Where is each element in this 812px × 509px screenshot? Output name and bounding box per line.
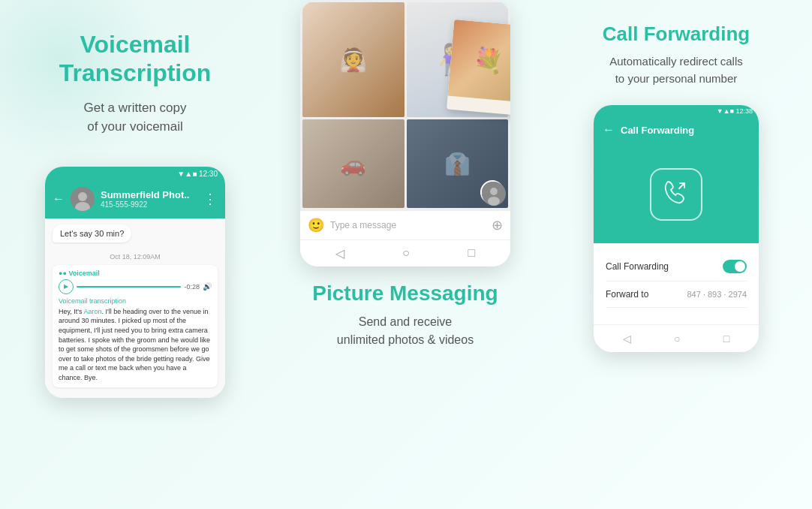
chat-bubble: Let's say 30 min?	[53, 224, 131, 242]
svg-point-4	[490, 188, 498, 195]
home-nav-icon[interactable]: ○	[402, 246, 410, 261]
svg-point-5	[488, 197, 500, 206]
main-container: Voicemail Transcription Get a written co…	[0, 0, 812, 509]
voicemail-text: Hey, It's Aaron. I'll be heading over to…	[59, 307, 212, 383]
fwd-settings: Call Forwarding Forward to 847 · 893 · 2…	[594, 243, 759, 317]
back-nav-icon[interactable]: ◁	[335, 246, 344, 261]
voicemail-transcription-label: Voicemail transcription	[59, 297, 212, 305]
call-forwarding-icon-area	[594, 146, 759, 243]
feature3-subtitle: Automatically redirect callsto your pers…	[609, 53, 743, 87]
phone-header: ← Summerfield Phot.. 415-555-9922 ⋮	[45, 181, 225, 218]
fwd-back-nav[interactable]: ◁	[623, 333, 631, 345]
phone-nav-bar: ◁ ○ □	[300, 239, 510, 267]
fwd-back-icon[interactable]: ←	[603, 123, 615, 137]
status-bar: ▼▲■ 12:30	[45, 167, 225, 181]
floating-photo-card: 💐	[447, 20, 510, 116]
feature3-title: Call Forwarding	[603, 23, 750, 46]
photo-grid: 👫 🚗 👔 💐	[300, 0, 510, 210]
feature1-subtitle: Get a written copyof your voicemail	[83, 98, 186, 137]
status-bar-time: ▼▲■ 12:30	[177, 170, 218, 178]
more-options-icon[interactable]: ⋮	[203, 191, 218, 207]
fwd-header-title: Call Forwarding	[621, 125, 694, 136]
left-panel: Voicemail Transcription Get a written co…	[0, 0, 270, 509]
duration-label: -0:28	[184, 283, 200, 291]
photos-phone-mockup: 👫 🚗 👔 💐	[300, 0, 510, 267]
fwd-recents-nav[interactable]: □	[723, 333, 729, 345]
chat-avatar	[480, 180, 504, 204]
play-button[interactable]: ▶	[59, 279, 74, 294]
date-label: Oct 18, 12:09AM	[53, 253, 218, 261]
middle-panel: 👫 🚗 👔 💐	[270, 0, 540, 509]
right-phone-mockup: ▼▲■ 12:38 ← Call Forwarding	[594, 105, 759, 352]
feature1-title: Voicemail Transcription	[59, 30, 212, 88]
feature2-subtitle: Send and receiveunlimited photos & video…	[312, 313, 498, 349]
fwd-home-nav[interactable]: ○	[674, 333, 680, 345]
call-forwarding-toggle[interactable]	[723, 260, 747, 273]
avatar	[71, 187, 95, 211]
message-input[interactable]: Type a message	[330, 220, 486, 230]
volume-icon[interactable]: 🔊	[203, 282, 212, 291]
forward-to-row: Forward to 847 · 893 · 2974	[606, 282, 747, 308]
contact-number: 415-555-9922	[101, 200, 197, 209]
left-phone-mockup: ▼▲■ 12:30 ← Summerfield Phot.. 415-555-9…	[45, 167, 225, 398]
phone-icon-box	[650, 168, 702, 221]
emoji-button[interactable]: 🙂	[308, 217, 324, 233]
forward-number: 847 · 893 · 2974	[687, 290, 747, 299]
back-icon[interactable]: ←	[53, 192, 65, 206]
voicemail-player: ▶ -0:28 🔊	[59, 279, 212, 294]
fwd-status-bar: ▼▲■ 12:38	[594, 105, 759, 117]
photo-cell-1	[302, 2, 404, 117]
contact-name: Summerfield Phot..	[101, 189, 197, 200]
fwd-nav-bar: ◁ ○ □	[594, 324, 759, 352]
voicemail-icon-label: ●● Voicemail	[59, 270, 100, 277]
call-forwarding-toggle-row: Call Forwarding	[606, 252, 747, 282]
phone-forward-icon	[662, 177, 690, 212]
contact-info: Summerfield Phot.. 415-555-9922	[101, 189, 197, 209]
chat-input-bar: 🙂 Type a message ⊕	[300, 210, 510, 239]
feature2-title: Picture Messaging	[312, 282, 498, 306]
recents-nav-icon[interactable]: □	[468, 246, 476, 261]
photo-cell-3: 🚗	[302, 119, 404, 208]
forward-to-label: Forward to	[606, 289, 648, 300]
fwd-time: ▼▲■ 12:38	[717, 107, 753, 115]
middle-bottom: Picture Messaging Send and receiveunlimi…	[297, 282, 513, 349]
fwd-header: ← Call Forwarding	[594, 117, 759, 146]
progress-bar	[77, 286, 181, 288]
highlight-name: Aaron	[84, 308, 102, 315]
right-panel: Call Forwarding Automatically redirect c…	[540, 0, 812, 509]
add-media-button[interactable]: ⊕	[492, 217, 503, 233]
chat-body: Let's say 30 min? Oct 18, 12:09AM ●● Voi…	[45, 218, 225, 398]
svg-point-1	[78, 192, 87, 201]
call-forwarding-label: Call Forwarding	[606, 261, 669, 272]
voicemail-section: ●● Voicemail ▶ -0:28 🔊 Voicemail transcr…	[53, 265, 218, 387]
